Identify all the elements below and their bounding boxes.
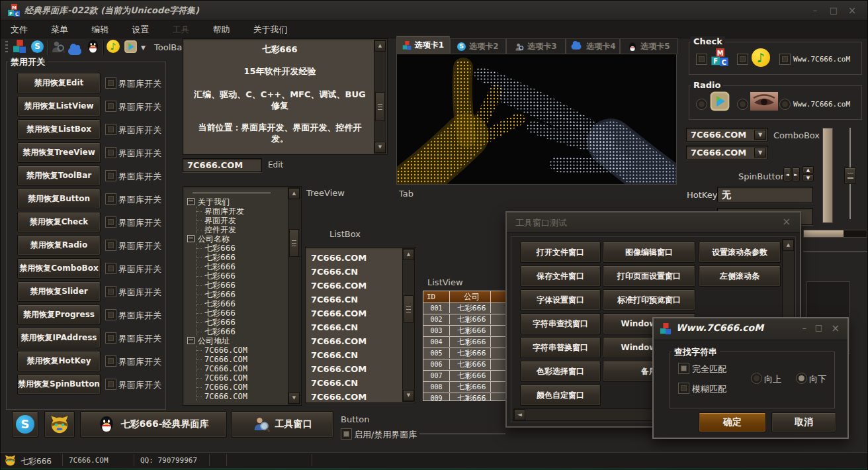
qq-main-button[interactable]: 七彩666-经典界面库 (80, 411, 227, 438)
combobox-1[interactable]: 7C666.COM ▼ (686, 128, 768, 142)
tool-window-action-button[interactable]: 标准打印预览窗口 (603, 289, 695, 310)
tree-node-parent[interactable]: 公司名称 (187, 234, 288, 244)
tab-3[interactable]: 选项卡3 (506, 38, 566, 54)
list-item[interactable]: 7C666.CN (311, 320, 402, 334)
disable-button[interactable]: 禁用恢复ToolBar (17, 165, 101, 186)
menu-edit[interactable]: 编辑 (81, 21, 118, 39)
column-header[interactable]: 公司 (453, 291, 491, 303)
tree-node[interactable]: 7C666.COM (196, 383, 288, 392)
radio[interactable] (696, 99, 707, 110)
tool-window-action-button[interactable]: 图像编辑窗口 (603, 242, 695, 263)
qq-penguin-icon[interactable] (86, 40, 100, 54)
scroll-thumb[interactable] (375, 92, 385, 121)
checkbox[interactable] (779, 54, 791, 65)
checkbox[interactable] (105, 193, 116, 205)
tool-window-action-button[interactable]: 色彩选择窗口 (520, 361, 601, 382)
spin-up-icon[interactable]: ▲ (803, 166, 814, 173)
tencent-video-icon[interactable] (124, 40, 138, 54)
tree-node[interactable]: 7C666.COM (196, 355, 288, 364)
disable-button[interactable]: 禁用恢复Edit (17, 73, 101, 93)
scroll-up-icon[interactable]: ▲ (783, 240, 794, 251)
tree-node-parent[interactable]: 公司地址 (187, 336, 288, 346)
tool-window-action-button[interactable]: 设置滚动条参数 (699, 242, 781, 263)
tree-node[interactable]: 界面开发 (196, 216, 288, 225)
checkbox[interactable] (105, 77, 116, 89)
skype-button[interactable]: S (12, 411, 38, 438)
tree-node[interactable]: 七彩666 (196, 290, 288, 299)
disable-button[interactable]: 禁用恢复HotKey (17, 351, 101, 371)
toggle-ui-checkbox[interactable] (341, 428, 352, 440)
scroll-down-icon[interactable]: ▼ (288, 393, 300, 404)
maximize-button[interactable]: □ (825, 5, 842, 17)
disable-button[interactable]: 禁用恢复Check (17, 212, 101, 232)
checkbox[interactable] (105, 240, 116, 251)
scroll-down-icon[interactable]: ▼ (374, 142, 386, 153)
scroll-up-icon[interactable]: ▲ (374, 40, 386, 52)
tab-2[interactable]: S 选项卡2 (450, 38, 506, 54)
radio[interactable] (737, 99, 748, 110)
checkbox[interactable] (105, 355, 116, 367)
menu-about[interactable]: 关于我们 (243, 21, 298, 39)
disable-button[interactable]: 禁用恢复TreeView (17, 142, 101, 163)
list-item[interactable]: 7C666.CN (311, 265, 402, 279)
checkbox[interactable] (105, 263, 116, 274)
tree-node[interactable]: 七彩666 (196, 281, 288, 290)
disable-button[interactable]: 禁用恢复SpinButton (17, 374, 101, 395)
tab-5[interactable]: 选项卡5 (620, 38, 678, 54)
list-item[interactable]: 7C666.CN (311, 376, 402, 390)
cloud-icon[interactable] (68, 48, 81, 55)
list-box[interactable]: 7C666.COM7C666.CN7C666.COM7C666.CN7C666.… (305, 247, 416, 403)
close-icon[interactable]: × (782, 216, 791, 228)
disable-button[interactable]: 禁用恢复ListBox (17, 119, 101, 140)
checkbox[interactable] (737, 54, 748, 65)
scroll-up-icon[interactable]: ▲ (403, 249, 414, 260)
minimize-button[interactable]: – (806, 5, 824, 17)
maximize-icon[interactable]: □ (815, 323, 822, 332)
tree-node[interactable]: 七彩666 (196, 271, 288, 281)
spin-down-icon[interactable]: ▼ (803, 174, 814, 181)
find-dialog-titlebar[interactable]: Www.7C666.coM – □ × (654, 318, 847, 340)
collapse-icon[interactable] (187, 337, 195, 344)
tool-window-action-button[interactable]: 左侧滚动条 (699, 265, 781, 287)
collapse-icon[interactable] (187, 235, 195, 242)
chevron-down-icon[interactable]: ▼ (754, 148, 766, 158)
menu-file[interactable]: 文件 (1, 21, 38, 39)
scroll-thumb[interactable] (289, 229, 299, 257)
checkbox[interactable] (105, 170, 116, 181)
tree-node[interactable]: 界面库开发 (196, 207, 288, 216)
list-item[interactable]: 7C666.COM (311, 362, 402, 376)
checkbox[interactable] (105, 286, 116, 297)
scrollbar[interactable]: ▲ ▼ (374, 40, 386, 154)
list-item[interactable]: 7C666.COM (311, 251, 402, 265)
tree-node[interactable]: 七彩666 (196, 299, 288, 308)
menu-menu[interactable]: 菜单 (41, 21, 78, 39)
scrollbar[interactable]: ▲ ▼ (288, 187, 300, 404)
spin-right-icon[interactable]: ► (792, 167, 800, 181)
disable-button[interactable]: 禁用恢复ListView (17, 96, 101, 117)
radio[interactable] (779, 99, 791, 110)
mfc-icon[interactable] (13, 40, 26, 54)
collapse-icon[interactable] (187, 198, 195, 205)
list-item[interactable]: 7C666.COM (311, 390, 402, 403)
tool-window-action-button[interactable]: 字符串查找窗口 (520, 313, 601, 334)
checkbox[interactable] (105, 124, 116, 135)
disable-button[interactable]: 禁用恢复IPAddress (17, 328, 101, 348)
checkbox[interactable] (696, 54, 707, 65)
scroll-left-icon[interactable]: ◄ (514, 409, 525, 420)
checkbox[interactable] (105, 147, 116, 158)
tree-node[interactable]: 7C666.COM (196, 373, 288, 383)
scroll-up-icon[interactable]: ▲ (288, 188, 300, 199)
spin-left-icon[interactable]: ◄ (783, 167, 791, 181)
tool-window-action-button[interactable]: 打印页面设置窗口 (603, 265, 695, 287)
checkbox[interactable] (105, 379, 116, 390)
exact-match-checkbox[interactable] (678, 363, 689, 374)
disable-button[interactable]: 禁用恢复Progress (17, 305, 101, 325)
edit-field[interactable]: 7C666.COM (183, 158, 262, 172)
tree-node[interactable]: 七彩666 (196, 253, 288, 262)
list-item[interactable]: 7C666.COM (311, 279, 402, 293)
checkbox[interactable] (105, 332, 116, 344)
tab-1[interactable]: 选项卡1 (396, 36, 450, 54)
combobox-2[interactable]: 7C666.COM ▼ (686, 146, 768, 160)
tool-window-action-button[interactable]: 字体设置窗口 (520, 289, 601, 310)
tree-node-parent[interactable]: 关于我们 (187, 197, 288, 207)
